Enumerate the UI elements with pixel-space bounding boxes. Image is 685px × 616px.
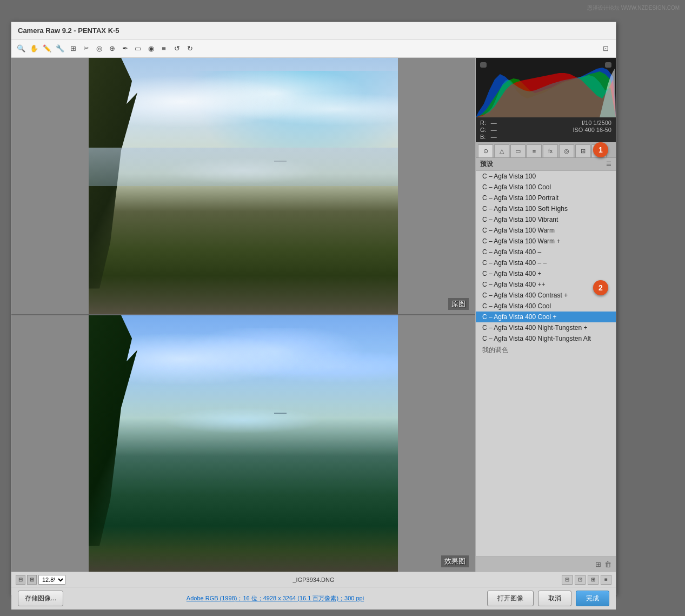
original-photo: [89, 58, 398, 314]
title-bar: Camera Raw 9.2 - PENTAX K-5: [11, 22, 616, 39]
effect-image-panel: 效果图: [11, 315, 475, 572]
before-after-container: 原图 效果图: [11, 58, 475, 572]
status-bar: ⊟ ⊞ 12.8% 25% 50% 100% _IGP3934.DNG ⊟ ⊡ …: [11, 572, 616, 587]
preset-item-agfa-vista-100-warm[interactable]: C – Agfa Vista 100 Warm: [476, 225, 616, 236]
preset-item-agfa-vista-100-cool[interactable]: C – Agfa Vista 100 Cool: [476, 182, 616, 193]
crop-tool-icon[interactable]: ⊞: [68, 43, 78, 54]
preset-item-agfa-vista-100-warm-plus[interactable]: C – Agfa Vista 100 Warm +: [476, 236, 616, 247]
r-value: —: [491, 120, 569, 126]
preset-item-agfa-vista-400-night-tungsten-alt[interactable]: C – Agfa Vista 400 Night-Tungsten Alt: [476, 333, 616, 344]
effect-photo: [89, 315, 398, 572]
preset-item-agfa-vista-400-minus[interactable]: C – Agfa Vista 400 –: [476, 247, 616, 257]
brush-tool-icon[interactable]: ✒: [119, 43, 130, 54]
tab-lens[interactable]: fx: [543, 144, 558, 157]
wb-tool-icon[interactable]: ✏️: [42, 43, 52, 54]
preset-header: 预设 ☰: [476, 158, 616, 171]
preset-item-agfa-vista-400-minus-minus[interactable]: C – Agfa Vista 400 – –: [476, 257, 616, 268]
preset-item-my-tone[interactable]: 我的调色: [476, 344, 616, 356]
panel-toggle-icon[interactable]: ⊡: [600, 43, 611, 55]
tab-detail[interactable]: ≡: [527, 144, 542, 157]
effect-label: 效果图: [441, 555, 469, 567]
badge-2: 2: [593, 280, 608, 295]
histogram-area: [476, 58, 616, 117]
tab-basic[interactable]: ⊙: [478, 144, 493, 157]
watermark: 恩泽设计论坛 WWW.NZDESIGN.COM: [587, 4, 680, 12]
rgb-labels: R: G: B:: [480, 120, 487, 140]
save-image-button[interactable]: 存储图像...: [18, 591, 63, 606]
app-window: Camera Raw 9.2 - PENTAX K-5 🔍 ✋ ✏️ 🔧 ⊞ ✂…: [11, 22, 616, 595]
preset-panel-title: 预设: [480, 160, 493, 169]
zoom-controls: ⊟ ⊞ 12.8% 25% 50% 100%: [16, 575, 65, 585]
color-sampler-icon[interactable]: 🔧: [55, 43, 65, 54]
palm-tree-original: [89, 58, 197, 289]
b-value: —: [491, 134, 569, 140]
shadow-clipping-icon[interactable]: [480, 62, 487, 68]
tab-presets[interactable]: ⊞: [575, 144, 590, 157]
zoom-in-btn[interactable]: ⊞: [27, 575, 37, 585]
transform-tool-icon[interactable]: ◎: [94, 43, 104, 54]
badge-1: 1: [593, 142, 608, 157]
original-label: 原图: [448, 298, 469, 310]
new-preset-icon[interactable]: ⊞: [595, 560, 601, 568]
right-panel: R: G: B: — — — f/10 1/2500 ISO 400 16-50…: [475, 58, 616, 572]
preset-menu-icon[interactable]: ☰: [606, 161, 611, 168]
original-image-panel: 原图: [11, 58, 475, 315]
filename-label: _IGP3934.DNG: [70, 577, 557, 583]
toolbar: 🔍 ✋ ✏️ 🔧 ⊞ ✂ ◎ ⊕ ✒ ▭ ◉ ≡ ↺ ↻ ⊡: [11, 39, 616, 58]
radial-tool-icon[interactable]: ◉: [145, 43, 156, 54]
open-image-button[interactable]: 打开图像: [487, 591, 534, 606]
exposure-info: f/10 1/2500 ISO 400 16-50: [573, 120, 611, 140]
bottom-action-bar: 存储图像... Adobe RGB (1998)；16 位；4928 x 326…: [11, 587, 616, 610]
info-icon[interactable]: ⊞: [588, 575, 598, 585]
preset-item-agfa-vista-100-vibrant[interactable]: C – Agfa Vista 100 Vibrant: [476, 214, 616, 225]
straighten-tool-icon[interactable]: ✂: [81, 43, 91, 54]
preset-item-agfa-vista-400-night-tungsten-plus[interactable]: C – Agfa Vista 400 Night-Tungsten +: [476, 322, 616, 333]
done-button[interactable]: 完成: [576, 591, 609, 606]
preset-item-agfa-vista-100[interactable]: C – Agfa Vista 100: [476, 171, 616, 182]
cancel-button[interactable]: 取消: [538, 591, 571, 606]
tab-fx[interactable]: ◎: [559, 144, 574, 157]
app-title: Camera Raw 9.2 - PENTAX K-5: [18, 27, 119, 35]
gradient-tool-icon[interactable]: ▭: [132, 43, 143, 54]
hand-tool-icon[interactable]: ✋: [29, 43, 39, 54]
histogram-chart: [476, 58, 616, 117]
preset-item-agfa-vista-100-soft-highs[interactable]: C – Agfa Vista 100 Soft Highs: [476, 203, 616, 214]
main-area: 原图 效果图: [11, 58, 616, 572]
preset-item-agfa-vista-100-portrait[interactable]: C – Agfa Vista 100 Portrait: [476, 193, 616, 203]
preset-panel: 预设 ☰ C – Agfa Vista 100C – Agfa Vista 10…: [476, 158, 616, 557]
prefs-icon[interactable]: ≡: [158, 43, 169, 54]
iso-info: ISO 400 16-50: [573, 127, 611, 133]
r-label: R:: [480, 120, 487, 126]
rgb-values: — — —: [491, 120, 569, 140]
zoom-out-btn[interactable]: ⊟: [16, 575, 25, 585]
delete-preset-icon[interactable]: 🗑: [604, 560, 611, 568]
highlight-clipping-icon[interactable]: [605, 62, 611, 68]
zoom-select[interactable]: 12.8% 25% 50% 100%: [38, 575, 65, 585]
rotate-cw-icon[interactable]: ↻: [184, 43, 195, 54]
color-profile-info[interactable]: Adobe RGB (1998)；16 位；4928 x 3264 (16.1 …: [68, 594, 483, 602]
panel-bottom-bar: ⊞ 🗑: [476, 557, 616, 572]
preset-list[interactable]: C – Agfa Vista 100C – Agfa Vista 100 Coo…: [476, 171, 616, 557]
preset-item-agfa-vista-400-cool-plus[interactable]: C – Agfa Vista 400 Cool +: [476, 312, 616, 322]
canvas-area: 原图 效果图: [11, 58, 475, 572]
grid-icon[interactable]: ≡: [601, 575, 611, 585]
rgb-info-bar: R: G: B: — — — f/10 1/2500 ISO 400 16-50…: [476, 117, 616, 142]
shutter-speed: f/10 1/2500: [573, 120, 611, 126]
compare-icon[interactable]: ⊟: [562, 575, 573, 585]
tab-hsl[interactable]: ▭: [510, 144, 526, 157]
status-right-icons: ⊟ ⊡ ⊞ ≡: [562, 575, 611, 585]
g-value: —: [491, 127, 569, 133]
rotate-ccw-icon[interactable]: ↺: [171, 43, 182, 54]
redeye-tool-icon[interactable]: ⊕: [107, 43, 117, 54]
b-label: B:: [480, 134, 487, 140]
preset-item-agfa-vista-400-cool[interactable]: C – Agfa Vista 400 Cool: [476, 301, 616, 312]
tab-tone[interactable]: △: [494, 144, 509, 157]
workflow-icon[interactable]: ⊡: [575, 575, 586, 585]
preset-item-agfa-vista-400-plus[interactable]: C – Agfa Vista 400 +: [476, 268, 616, 279]
g-label: G:: [480, 127, 487, 133]
zoom-tool-icon[interactable]: 🔍: [16, 43, 26, 54]
